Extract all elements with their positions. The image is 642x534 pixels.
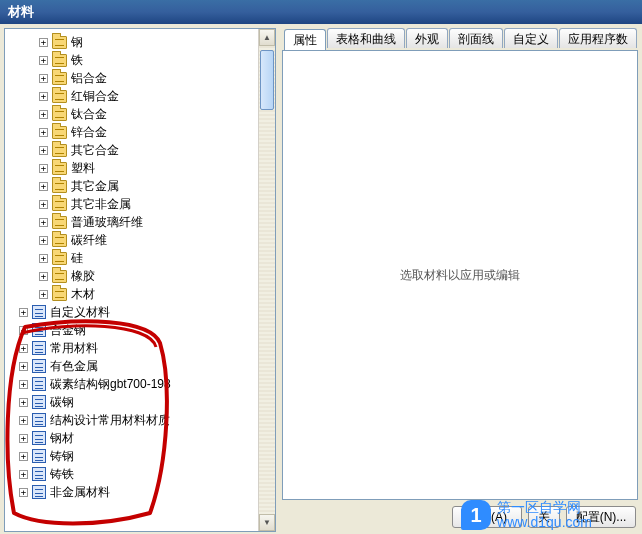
tree-item-label: 塑料: [71, 159, 95, 177]
tab-0[interactable]: 属性: [284, 29, 326, 50]
folder-icon: [52, 90, 67, 103]
expand-icon[interactable]: +: [39, 110, 48, 119]
tree-item[interactable]: +普通玻璃纤维: [9, 213, 258, 231]
tree-item[interactable]: +铝合金: [9, 69, 258, 87]
client-area: +钢+铁+铝合金+红铜合金+钛合金+锌合金+其它合金+塑料+其它金属+其它非金属…: [0, 24, 642, 534]
scroll-up-button[interactable]: ▲: [259, 29, 275, 46]
expand-icon[interactable]: +: [39, 218, 48, 227]
expand-icon[interactable]: +: [19, 452, 28, 461]
expand-icon[interactable]: +: [19, 434, 28, 443]
tab-4[interactable]: 自定义: [504, 28, 558, 48]
tree-item-label: 铝合金: [71, 69, 107, 87]
folder-icon: [52, 54, 67, 67]
tree-item-label: 其它非金属: [71, 195, 131, 213]
window-titlebar[interactable]: 材料: [0, 0, 642, 24]
tab-2[interactable]: 外观: [406, 28, 448, 48]
tree-item[interactable]: +有色金属: [9, 357, 258, 375]
folder-icon: [52, 216, 67, 229]
tree-item[interactable]: +合金钢: [9, 321, 258, 339]
tree-item-label: 碳钢: [50, 393, 74, 411]
tree-item[interactable]: +钢: [9, 33, 258, 51]
list-icon: [32, 485, 46, 499]
expand-icon[interactable]: +: [39, 200, 48, 209]
list-icon: [32, 431, 46, 445]
material-tree[interactable]: +钢+铁+铝合金+红铜合金+钛合金+锌合金+其它合金+塑料+其它金属+其它非金属…: [5, 29, 258, 531]
tree-item[interactable]: +自定义材料: [9, 303, 258, 321]
folder-icon: [52, 198, 67, 211]
tree-item[interactable]: +结构设计常用材料材质: [9, 411, 258, 429]
expand-icon[interactable]: +: [19, 362, 28, 371]
tree-item[interactable]: +钛合金: [9, 105, 258, 123]
tree-item-label: 硅: [71, 249, 83, 267]
folder-icon: [52, 72, 67, 85]
tab-3[interactable]: 剖面线: [449, 28, 503, 48]
expand-icon[interactable]: +: [19, 470, 28, 479]
tree-item[interactable]: +碳纤维: [9, 231, 258, 249]
configure-button[interactable]: 配置(N)...: [566, 506, 636, 528]
tree-item[interactable]: +塑料: [9, 159, 258, 177]
tree-item[interactable]: +其它金属: [9, 177, 258, 195]
scroll-down-button[interactable]: ▼: [259, 514, 275, 531]
expand-icon[interactable]: +: [39, 56, 48, 65]
expand-icon[interactable]: +: [39, 74, 48, 83]
folder-icon: [52, 36, 67, 49]
tree-panel: +钢+铁+铝合金+红铜合金+钛合金+锌合金+其它合金+塑料+其它金属+其它非金属…: [4, 28, 276, 532]
tree-item[interactable]: +常用材料: [9, 339, 258, 357]
tree-item-label: 木材: [71, 285, 95, 303]
expand-icon[interactable]: +: [19, 416, 28, 425]
list-icon: [32, 413, 46, 427]
tree-item-label: 合金钢: [50, 321, 86, 339]
expand-icon[interactable]: +: [19, 326, 28, 335]
expand-icon[interactable]: +: [39, 38, 48, 47]
expand-icon[interactable]: +: [39, 146, 48, 155]
tree-item[interactable]: +橡胶: [9, 267, 258, 285]
chevron-up-icon: ▲: [263, 33, 271, 42]
tree-item-label: 有色金属: [50, 357, 98, 375]
folder-icon: [52, 252, 67, 265]
tab-1[interactable]: 表格和曲线: [327, 28, 405, 48]
close-button[interactable]: 关: [528, 506, 560, 528]
expand-icon[interactable]: +: [39, 128, 48, 137]
folder-icon: [52, 162, 67, 175]
tree-item[interactable]: +铸铁: [9, 465, 258, 483]
list-icon: [32, 377, 46, 391]
tree-item-label: 非金属材料: [50, 483, 110, 501]
tree-item-label: 铁: [71, 51, 83, 69]
tree-item[interactable]: +木材: [9, 285, 258, 303]
scroll-thumb[interactable]: [260, 50, 274, 110]
list-icon: [32, 359, 46, 373]
expand-icon[interactable]: +: [39, 92, 48, 101]
tree-item[interactable]: +其它合金: [9, 141, 258, 159]
window-title: 材料: [8, 4, 34, 19]
expand-icon[interactable]: +: [19, 380, 28, 389]
expand-icon[interactable]: +: [19, 488, 28, 497]
tree-item[interactable]: +铸钢: [9, 447, 258, 465]
tree-item[interactable]: +红铜合金: [9, 87, 258, 105]
tree-item[interactable]: +非金属材料: [9, 483, 258, 501]
tree-item[interactable]: +其它非金属: [9, 195, 258, 213]
expand-icon[interactable]: +: [39, 272, 48, 281]
list-icon: [32, 341, 46, 355]
expand-icon[interactable]: +: [19, 344, 28, 353]
expand-icon[interactable]: +: [19, 398, 28, 407]
tree-item[interactable]: +碳钢: [9, 393, 258, 411]
tree-box: +钢+铁+铝合金+红铜合金+钛合金+锌合金+其它合金+塑料+其它金属+其它非金属…: [4, 28, 276, 532]
tree-item[interactable]: +锌合金: [9, 123, 258, 141]
tab-5[interactable]: 应用程序数: [559, 28, 637, 48]
tree-item[interactable]: +碳素结构钢gbt700-198: [9, 375, 258, 393]
apply-button[interactable]: 应用(A): [452, 506, 522, 528]
tree-scrollbar[interactable]: ▲ ▼: [258, 29, 275, 531]
tree-item[interactable]: +铁: [9, 51, 258, 69]
expand-icon[interactable]: +: [39, 164, 48, 173]
expand-icon[interactable]: +: [39, 182, 48, 191]
folder-icon: [52, 270, 67, 283]
tree-item[interactable]: +钢材: [9, 429, 258, 447]
folder-icon: [52, 108, 67, 121]
expand-icon[interactable]: +: [39, 236, 48, 245]
expand-icon[interactable]: +: [19, 308, 28, 317]
expand-icon[interactable]: +: [39, 254, 48, 263]
folder-icon: [52, 180, 67, 193]
scroll-track[interactable]: [259, 46, 275, 514]
tree-item[interactable]: +硅: [9, 249, 258, 267]
expand-icon[interactable]: +: [39, 290, 48, 299]
